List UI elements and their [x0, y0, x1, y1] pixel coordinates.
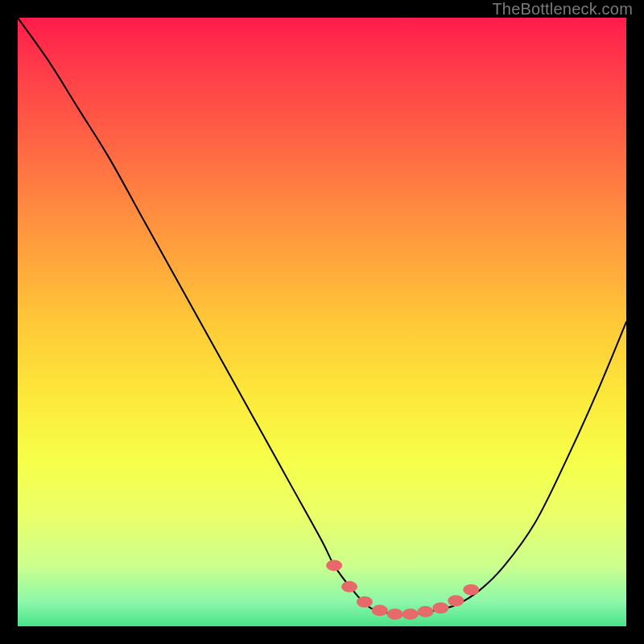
curve-marker: [357, 597, 373, 608]
chart-frame: TheBottleneck.com: [0, 0, 644, 644]
curve-marker: [448, 595, 464, 606]
curve-marker: [326, 559, 342, 571]
bottleneck-curve: [18, 18, 626, 615]
curve-marker: [402, 609, 419, 620]
curve-marker: [463, 584, 479, 596]
watermark-text: TheBottleneck.com: [492, 0, 633, 19]
curve-markers: [326, 559, 479, 619]
curve-marker: [418, 606, 434, 617]
curve-marker: [432, 602, 448, 613]
curve-marker: [341, 581, 357, 592]
plot-area: [18, 18, 626, 626]
curve-marker: [372, 605, 388, 616]
curve-marker: [387, 609, 403, 620]
chart-svg: [18, 18, 626, 626]
